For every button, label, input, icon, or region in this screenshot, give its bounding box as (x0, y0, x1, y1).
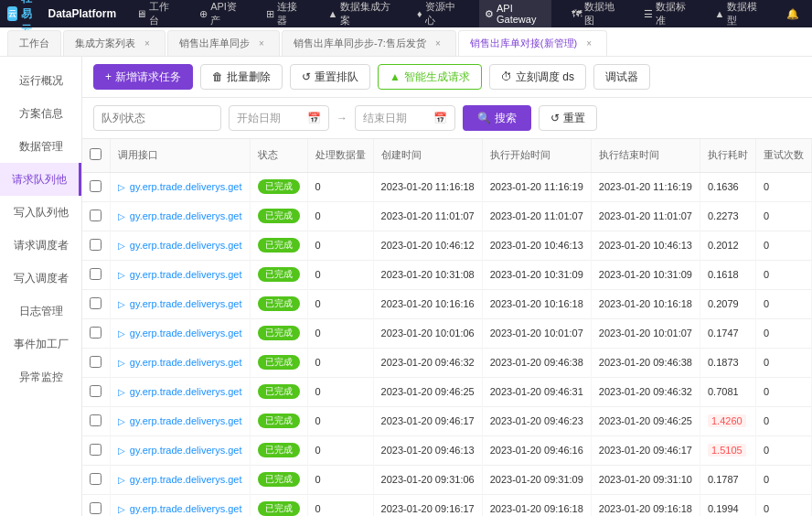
interface-link[interactable]: gy.erp.trade.deliverys.get (130, 503, 242, 514)
duration-value: 0.1994 (708, 503, 739, 514)
row-checkbox-cell[interactable] (82, 172, 110, 201)
interface-link[interactable]: gy.erp.trade.deliverys.get (130, 269, 242, 280)
play-icon: ▷ (118, 504, 125, 514)
interface-link[interactable]: gy.erp.trade.deliverys.get (130, 181, 242, 192)
interface-link[interactable]: gy.erp.trade.deliverys.get (130, 298, 242, 309)
row-checkbox[interactable] (90, 180, 102, 192)
reset-button[interactable]: ↺ 重置 (539, 105, 597, 131)
batch-delete-button[interactable]: 🗑 批量删除 (200, 64, 283, 90)
status-badge: 已完成 (258, 443, 300, 457)
row-status: 已完成 (250, 289, 307, 318)
sidebar-item-request-queue[interactable]: 请求队列他 (0, 163, 81, 196)
tab-sales-sync[interactable]: 销售出库单同步 × (167, 30, 280, 56)
row-checkbox-cell[interactable] (82, 201, 110, 231)
sidebar-item-data-mgmt[interactable]: 数据管理 (0, 130, 81, 163)
interface-link[interactable]: gy.erp.trade.deliverys.get (130, 445, 242, 456)
status-badge: 已完成 (258, 501, 300, 516)
row-create-time: 2023-01-20 09:46:32 (373, 348, 482, 377)
nav-data-standard[interactable]: ☰ 数据标准 (638, 0, 695, 27)
col-status: 状态 (250, 139, 307, 172)
sidebar-item-write-scheduler[interactable]: 写入调度者 (0, 262, 81, 295)
row-checkbox-cell[interactable] (82, 377, 110, 406)
row-checkbox-cell[interactable] (82, 494, 110, 516)
sidebar-item-event-factory[interactable]: 事件加工厂 (0, 328, 81, 360)
table-row: ▷ gy.erp.trade.deliverys.get 已完成 0 2023-… (82, 406, 812, 435)
row-checkbox-cell[interactable] (82, 465, 110, 494)
row-checkbox[interactable] (90, 502, 102, 514)
interface-link[interactable]: gy.erp.trade.deliverys.get (130, 240, 242, 251)
row-checkbox[interactable] (90, 297, 102, 309)
row-checkbox-cell[interactable] (82, 348, 110, 377)
row-checkbox[interactable] (90, 210, 102, 221)
close-icon[interactable]: × (582, 38, 595, 50)
start-date-picker[interactable]: 开始日期 📅 (229, 105, 329, 131)
row-checkbox[interactable] (90, 414, 102, 426)
row-checkbox-cell[interactable] (82, 231, 110, 260)
row-checkbox[interactable] (90, 473, 102, 485)
row-checkbox[interactable] (90, 239, 102, 251)
row-checkbox[interactable] (90, 356, 102, 368)
add-request-button[interactable]: + 新增请求任务 (93, 64, 193, 90)
queue-status-input[interactable] (93, 105, 221, 131)
row-retries: 0 (756, 465, 812, 494)
start-date-label: 开始日期 (237, 111, 281, 126)
tab-sales-sync-step7[interactable]: 销售出库单同步步-7:售后发货 × (282, 30, 456, 56)
nav-data-model[interactable]: ▲ 数据模型 (710, 0, 766, 27)
table-row: ▷ gy.erp.trade.deliverys.get 已完成 0 2023-… (82, 465, 812, 494)
interface-link[interactable]: gy.erp.trade.deliverys.get (130, 415, 242, 426)
sidebar-item-anomaly-monitor[interactable]: 异常监控 (0, 360, 81, 393)
interface-link[interactable]: gy.erp.trade.deliverys.get (130, 210, 242, 221)
row-checkbox-cell[interactable] (82, 406, 110, 435)
row-checkbox[interactable] (90, 385, 102, 397)
tab-sales-sync-step7-label: 销售出库单同步步-7:售后发货 (294, 37, 426, 50)
sidebar-item-log-mgmt[interactable]: 日志管理 (0, 295, 81, 328)
nav-connector[interactable]: ⊞ 连接器 (261, 0, 307, 27)
row-checkbox[interactable] (90, 268, 102, 280)
nav-data-map[interactable]: 🗺 数据地图 (566, 0, 624, 27)
close-icon[interactable]: × (255, 38, 268, 50)
tab-workbench[interactable]: 工作台 (7, 30, 61, 56)
nav-connector-label: 连接器 (277, 0, 302, 27)
debug-button[interactable]: 调试器 (593, 64, 650, 90)
search-button[interactable]: 🔍 搜索 (463, 105, 531, 131)
nav-workbench[interactable]: 🖥 工作台 (131, 0, 179, 27)
tab-sales-new[interactable]: 销售出库单对接(新管理) × (458, 30, 607, 56)
sidebar-item-overview[interactable]: 运行概况 (0, 64, 81, 97)
select-all-checkbox[interactable] (90, 148, 102, 160)
interface-link[interactable]: gy.erp.trade.deliverys.get (130, 474, 242, 485)
row-count: 0 (307, 406, 373, 435)
row-checkbox-cell[interactable] (82, 435, 110, 465)
row-duration: 1.5105 (700, 435, 756, 465)
interface-link[interactable]: gy.erp.trade.deliverys.get (130, 386, 242, 397)
standard-icon: ☰ (644, 8, 653, 20)
nav-data-integration[interactable]: ▲ 数据集成方案 (322, 0, 397, 27)
nav-gateway[interactable]: ⚙ API Gateway (479, 0, 551, 27)
row-checkbox[interactable] (90, 444, 102, 456)
auto-gen-button[interactable]: ▲ 智能生成请求 (378, 64, 482, 90)
nav-api-assets[interactable]: ⊕ API资产 (194, 0, 246, 27)
select-all-header[interactable] (82, 139, 110, 172)
row-end-time: 2023-01-20 10:01:07 (591, 318, 700, 348)
sidebar-item-request-scheduler[interactable]: 请求调度者 (0, 229, 81, 262)
interface-link[interactable]: gy.erp.trade.deliverys.get (130, 328, 242, 339)
row-checkbox[interactable] (90, 327, 102, 339)
sidebar-item-plan-info[interactable]: 方案信息 (0, 97, 81, 130)
schedule-label: 立刻调度 ds (516, 70, 574, 85)
row-checkbox-cell[interactable] (82, 260, 110, 289)
reorder-button[interactable]: ↺ 重置排队 (290, 64, 370, 90)
nav-notification[interactable]: 🔔 (781, 0, 805, 27)
row-checkbox-cell[interactable] (82, 289, 110, 318)
end-date-picker[interactable]: 结束日期 📅 (355, 105, 455, 131)
schedule-button[interactable]: ⏱ 立刻调度 ds (489, 64, 586, 90)
sidebar-item-write-queue[interactable]: 写入队列他 (0, 196, 81, 229)
row-duration: 0.2273 (700, 201, 756, 231)
row-status: 已完成 (250, 231, 307, 260)
tab-solution-list[interactable]: 集成方案列表 × (63, 30, 166, 56)
row-start-time: 2023-01-20 10:46:13 (482, 231, 591, 260)
interface-link[interactable]: gy.erp.trade.deliverys.get (130, 357, 242, 368)
row-interface: ▷ gy.erp.trade.deliverys.get (110, 435, 250, 465)
close-icon[interactable]: × (141, 38, 154, 50)
row-checkbox-cell[interactable] (82, 318, 110, 348)
nav-resource[interactable]: ♦ 资源中心 (411, 0, 465, 27)
close-icon[interactable]: × (432, 38, 444, 50)
